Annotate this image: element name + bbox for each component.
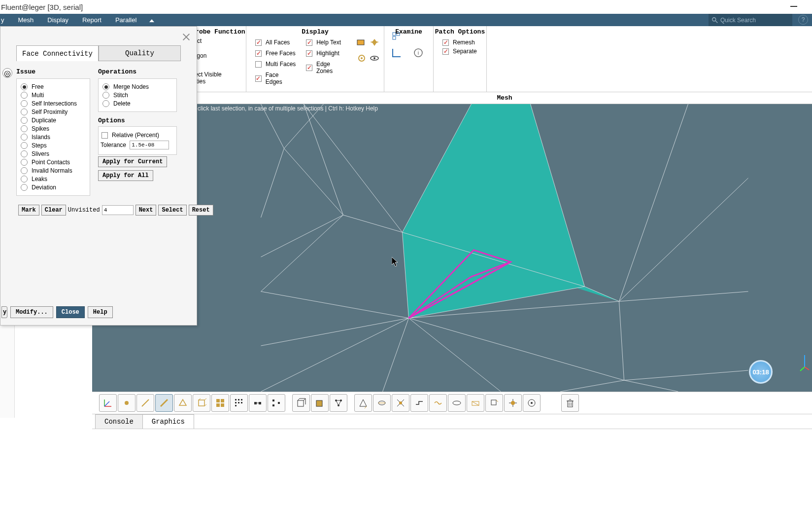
tool-box2[interactable]	[311, 394, 329, 412]
tool-edge-select[interactable]	[155, 394, 173, 412]
menu-item[interactable]: y	[0, 14, 11, 26]
svg-line-19	[284, 148, 343, 215]
svg-line-21	[343, 215, 403, 232]
triad-icon	[799, 352, 810, 372]
mesh-viewport[interactable]: click last selection, in case of multipl…	[92, 104, 812, 392]
tool-i[interactable]	[504, 394, 522, 412]
svg-rect-77	[278, 402, 280, 404]
issue-deviation[interactable]: Deviation	[21, 184, 86, 191]
tab-console[interactable]: Console	[95, 414, 143, 429]
quick-search[interactable]: Quick Search	[709, 14, 792, 26]
separate-checkbox[interactable]: Separate	[442, 48, 477, 55]
minimize-button[interactable]	[790, 6, 797, 7]
tool-d[interactable]	[410, 394, 428, 412]
svg-point-5	[361, 57, 363, 59]
svg-rect-73	[259, 402, 261, 404]
menu-mesh[interactable]: Mesh	[11, 14, 41, 26]
close-icon[interactable]	[182, 33, 191, 41]
issue-self-proximity[interactable]: Self Proximity	[21, 109, 86, 115]
free-faces-checkbox[interactable]: Free Faces	[255, 50, 296, 57]
remesh-checkbox[interactable]: Remesh	[442, 39, 477, 46]
mark-button[interactable]: Mark	[18, 205, 39, 216]
display-tool-icon[interactable]	[356, 54, 367, 65]
tool-axes[interactable]	[99, 394, 117, 412]
tool-box1[interactable]	[292, 394, 310, 412]
op-delete[interactable]: Delete	[102, 100, 172, 107]
menubar: y Mesh Display Report Parallel Quick Sea…	[0, 14, 812, 26]
reset-button[interactable]: Reset	[189, 205, 213, 216]
tool-h[interactable]	[485, 394, 503, 412]
diagnostics-dialog: ◎ Face Connectivity Quality Issue Free M…	[0, 26, 197, 326]
tolerance-input[interactable]	[130, 141, 169, 149]
tab-quality[interactable]: Quality	[99, 45, 181, 61]
menu-display[interactable]: Display	[40, 14, 75, 26]
tool-j[interactable]	[523, 394, 541, 412]
apply-for-all-button[interactable]: Apply for All	[98, 170, 153, 181]
svg-rect-62	[221, 399, 224, 402]
tool-c[interactable]	[392, 394, 409, 412]
op-merge-nodes[interactable]: Merge Nodes	[102, 83, 172, 90]
issue-steps[interactable]: Steps	[21, 142, 86, 149]
issue-islands[interactable]: Islands	[21, 134, 86, 141]
menu-parallel[interactable]: Parallel	[108, 14, 143, 26]
modify-button[interactable]: Modify...	[10, 306, 53, 318]
multi-faces-checkbox[interactable]: Multi Faces	[255, 61, 296, 68]
tool-node[interactable]	[118, 394, 135, 412]
apply-for-current-button[interactable]: Apply for Current	[98, 156, 167, 167]
tool-zone[interactable]	[211, 394, 229, 412]
issue-leaks[interactable]: Leaks	[21, 176, 86, 182]
svg-point-104	[511, 401, 515, 405]
relative-percent-checkbox[interactable]: Relative (Percent)	[102, 132, 173, 139]
target-icon[interactable]: ◎	[2, 68, 12, 78]
tab-face-connectivity[interactable]: Face Connectivity	[16, 45, 99, 61]
next-button[interactable]: Next	[135, 205, 157, 216]
clear-button[interactable]: Clear	[41, 205, 66, 216]
tool-f[interactable]	[448, 394, 466, 412]
info-icon[interactable]: i	[410, 46, 427, 60]
help-text-checkbox[interactable]: Help Text	[306, 39, 347, 46]
op-stitch[interactable]: Stitch	[102, 92, 172, 99]
issue-spikes[interactable]: Spikes	[21, 125, 86, 132]
tool-cell[interactable]	[193, 394, 210, 412]
close-button[interactable]: Close	[56, 306, 85, 318]
issue-duplicate[interactable]: Duplicate	[21, 117, 86, 124]
tool-b[interactable]	[373, 394, 391, 412]
select-button[interactable]: Select	[158, 205, 186, 216]
edge-zones-checkbox[interactable]: Edge Zones	[306, 61, 347, 74]
menu-report[interactable]: Report	[75, 14, 108, 26]
issue-multi[interactable]: Multi	[21, 92, 86, 99]
highlight-checkbox[interactable]: Highlight	[306, 50, 347, 57]
delete-button[interactable]	[561, 394, 579, 412]
mesh-toolbar	[92, 392, 812, 414]
unvisited-input[interactable]	[102, 205, 134, 215]
svg-line-18	[261, 148, 284, 218]
tool-align[interactable]	[268, 394, 285, 412]
tool-a[interactable]	[354, 394, 372, 412]
issue-free[interactable]: Free	[21, 83, 86, 90]
tool-g[interactable]	[467, 394, 484, 412]
tool-graph[interactable]	[330, 394, 347, 412]
all-faces-checkbox[interactable]: All Faces	[255, 39, 296, 46]
display-tool-icon[interactable]	[369, 38, 380, 49]
svg-point-53	[125, 401, 129, 405]
tool-face[interactable]	[174, 394, 192, 412]
display-tool-icon[interactable]	[369, 54, 380, 65]
apply-button-partial[interactable]: y	[1, 306, 7, 318]
svg-rect-70	[241, 402, 242, 403]
issue-invalid-normals[interactable]: Invalid Normals	[21, 167, 86, 174]
tool-snap[interactable]	[249, 394, 267, 412]
examine-corner-icon[interactable]	[388, 46, 405, 60]
menu-expand[interactable]	[143, 16, 160, 24]
help-button[interactable]: Help	[88, 306, 113, 318]
tool-grid[interactable]	[230, 394, 248, 412]
face-edges-checkbox[interactable]: Face Edges	[255, 72, 296, 85]
issue-slivers[interactable]: Slivers	[21, 150, 86, 157]
issue-point-contacts[interactable]: Point Contacts	[21, 159, 86, 166]
help-button[interactable]: ?	[798, 15, 808, 25]
tool-edge[interactable]	[136, 394, 154, 412]
tool-e[interactable]	[429, 394, 447, 412]
window-title: Fluent@leger [3D, serial]	[1, 3, 83, 11]
issue-self-intersections[interactable]: Self Intersections	[21, 100, 86, 107]
tab-graphics[interactable]: Graphics	[142, 414, 194, 429]
display-tool-icon[interactable]	[356, 38, 367, 49]
